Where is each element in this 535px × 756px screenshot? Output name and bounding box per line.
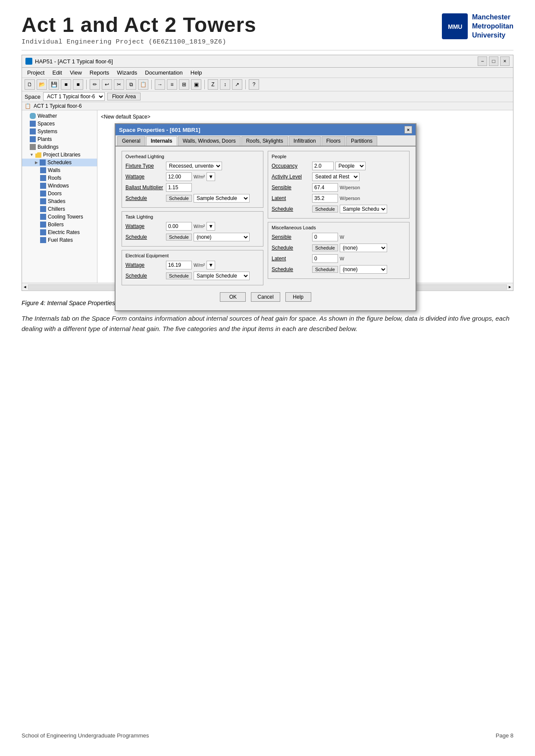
sidebar-item-buildings[interactable]: Buildings [22, 143, 97, 151]
sidebar-item-fuel-rates[interactable]: Fuel Rates [22, 236, 97, 244]
tab-walls-windows-doors[interactable]: Walls, Windows, Doors [178, 136, 241, 146]
toolbar-b1[interactable]: ■ [61, 79, 71, 90]
sidebar-label-fuel-rates: Fuel Rates [48, 237, 73, 243]
toolbar-b9[interactable]: ↗ [232, 79, 242, 90]
ballast-multiplier-input[interactable] [166, 183, 192, 192]
occupancy-unit-select[interactable]: People [335, 162, 366, 170]
page-footer: School of Engineering Undergraduate Prog… [22, 732, 513, 739]
occupancy-label: Occupancy [272, 163, 310, 169]
people-schedule-select[interactable]: Sample Schedule [340, 205, 387, 213]
toolbar-save[interactable]: 💾 [49, 79, 59, 90]
menu-reports[interactable]: Reports [86, 69, 113, 77]
elec-wattage-input[interactable] [166, 261, 192, 269]
tab-general[interactable]: General [117, 136, 145, 146]
elec-schedule-select[interactable]: Sample Schedule [194, 272, 250, 280]
overhead-wattage-input[interactable] [166, 172, 192, 181]
misc-latent-input[interactable] [312, 254, 338, 263]
people-sensible-input[interactable] [312, 183, 338, 192]
toolbar-copy[interactable]: ⧉ [126, 79, 136, 90]
sidebar-item-weather[interactable]: Weather [22, 112, 97, 120]
toolbar-paste[interactable]: 📋 [138, 79, 148, 90]
sidebar-item-cooling-towers[interactable]: Cooling Towers [22, 213, 97, 221]
sidebar-item-walls[interactable]: Walls [22, 166, 97, 174]
sidebar-item-windows[interactable]: Windows [22, 182, 97, 190]
default-space-label[interactable]: <New default Space> [99, 112, 511, 122]
tab-infiltration[interactable]: Infiltration [289, 136, 321, 146]
sidebar-label-weather: Weather [38, 113, 57, 119]
overhead-schedule-select[interactable]: Sample Schedule [194, 194, 250, 203]
sidebar-item-roofs[interactable]: Roofs [22, 174, 97, 182]
sidebar-item-systems[interactable]: Systems [22, 128, 97, 135]
people-latent-input[interactable] [312, 194, 338, 203]
overhead-wattage-dropdown[interactable]: ▼ [206, 172, 215, 181]
maximize-button[interactable]: □ [489, 56, 498, 66]
toolbar-open[interactable]: 📂 [37, 79, 47, 90]
elec-wattage-dropdown[interactable]: ▼ [206, 261, 215, 269]
misc-sensible-input[interactable] [312, 233, 338, 241]
misc-latent-row: Latent W [272, 254, 406, 263]
activity-level-select[interactable]: Seated at Rest [312, 172, 360, 181]
toolbar-b6[interactable]: ▣ [191, 79, 201, 90]
toolbar-b7[interactable]: Z [208, 79, 218, 90]
elec-schedule-btn[interactable]: Schedule [166, 272, 192, 279]
cancel-button[interactable]: Cancel [251, 292, 280, 302]
title-bar-controls: − □ × [478, 56, 510, 66]
task-schedule-select[interactable]: (none) [194, 233, 250, 241]
tab-floors[interactable]: Floors [322, 136, 345, 146]
sidebar-item-plants[interactable]: Plants [22, 135, 97, 143]
space-properties-dialog: Space Properties - [601 MBR1] × General … [115, 123, 416, 311]
toolbar-cut[interactable]: ✂ [114, 79, 124, 90]
sidebar-item-electric-rates[interactable]: Electric Rates [22, 228, 97, 236]
menu-wizards[interactable]: Wizards [113, 69, 141, 77]
menu-documentation[interactable]: Documentation [141, 69, 186, 77]
people-latent-row: Latent W/person [272, 194, 406, 203]
scroll-right[interactable]: ▸ [509, 284, 511, 290]
toolbar-b2[interactable]: ■ [73, 79, 83, 90]
sidebar-item-schedules[interactable]: ▶ Schedules [22, 159, 97, 166]
misc-sensible-schedule-btn[interactable]: Schedule [312, 244, 338, 251]
sidebar-item-libraries[interactable]: ▼ Project Libraries [22, 151, 97, 159]
task-wattage-dropdown[interactable]: ▼ [206, 222, 215, 231]
people-schedule-btn[interactable]: Schedule [312, 206, 338, 212]
toolbar-help[interactable]: ? [249, 79, 259, 90]
task-wattage-input[interactable] [166, 222, 192, 231]
toolbar-new[interactable]: 🗋 [25, 79, 35, 90]
tab-internals[interactable]: Internals [146, 136, 177, 146]
task-schedule-btn[interactable]: Schedule [166, 234, 192, 241]
toolbar-edit[interactable]: ✏ [90, 79, 100, 90]
close-button[interactable]: × [500, 56, 510, 66]
toolbar-b3[interactable]: → [155, 79, 165, 90]
menu-edit[interactable]: Edit [49, 69, 65, 77]
schedules-expand-icon: ▶ [35, 160, 38, 165]
misc-sensible-schedule-select[interactable]: (none) [340, 244, 387, 252]
fixture-type-select[interactable]: Recessed, unvented [166, 162, 222, 170]
space-select[interactable]: ACT 1 Typical floor-6 [43, 92, 105, 101]
ok-button[interactable]: OK [220, 292, 246, 302]
sidebar-item-shades[interactable]: Shades [22, 197, 97, 205]
menu-view[interactable]: View [66, 69, 85, 77]
menu-project[interactable]: Project [24, 69, 48, 77]
toolbar-b5[interactable]: ⊞ [179, 79, 189, 90]
tab-roofs-skylights[interactable]: Roofs, Skylights [241, 136, 288, 146]
electric-rates-icon [40, 229, 46, 235]
school-name: School of Engineering Undergraduate Prog… [22, 732, 149, 739]
scroll-left[interactable]: ◂ [24, 284, 26, 290]
misc-loads-section: Miscellaneous Loads Sensible W Schedule … [268, 222, 410, 279]
dialog-close-button[interactable]: × [404, 126, 412, 134]
floor-area-tab[interactable]: Floor Area [107, 93, 141, 100]
minimize-button[interactable]: − [478, 56, 487, 66]
sidebar-item-chillers[interactable]: Chillers [22, 205, 97, 213]
help-button[interactable]: Help [285, 292, 311, 302]
menu-help[interactable]: Help [187, 69, 206, 77]
occupancy-input[interactable] [312, 162, 334, 170]
toolbar-b4[interactable]: ≡ [167, 79, 177, 90]
sidebar-item-spaces[interactable]: Spaces [22, 120, 97, 128]
sidebar-item-boilers[interactable]: Boilers [22, 221, 97, 228]
sidebar-item-doors[interactable]: Doors [22, 190, 97, 197]
toolbar-b8[interactable]: ↕ [220, 79, 230, 90]
overhead-schedule-btn[interactable]: Schedule [166, 195, 192, 202]
misc-latent-schedule-btn[interactable]: Schedule [312, 266, 338, 273]
toolbar-undo[interactable]: ↩ [102, 79, 112, 90]
tab-partitions[interactable]: Partitions [346, 136, 377, 146]
misc-latent-schedule-select[interactable]: (none) [340, 265, 387, 274]
